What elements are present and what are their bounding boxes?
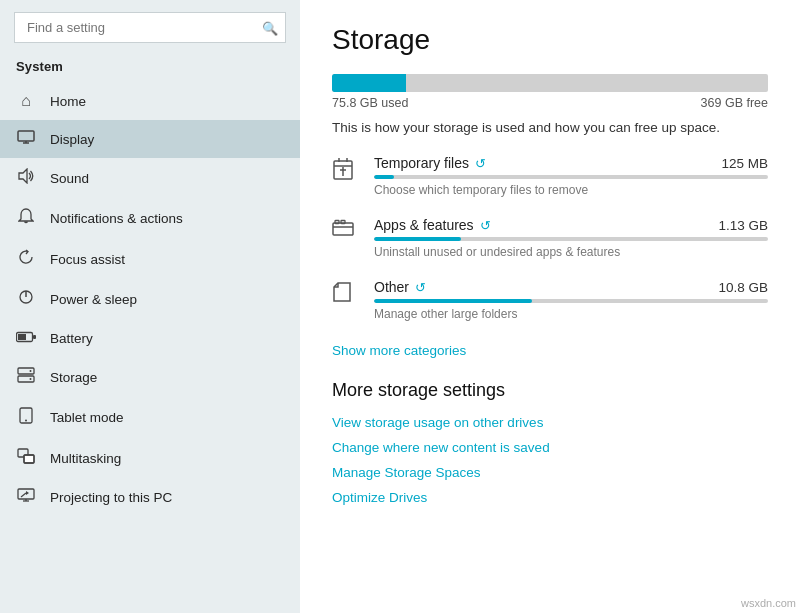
svg-marker-3 [19,169,27,183]
sidebar-item-power-sleep-label: Power & sleep [50,292,137,307]
temp-files-icon [332,157,360,186]
storage-description: This is how your storage is used and how… [332,120,768,135]
sidebar-item-battery-label: Battery [50,331,93,346]
svg-rect-16 [24,455,34,463]
temp-files-desc: Choose which temporary files to remove [374,183,768,197]
svg-point-11 [30,370,32,372]
other-desc: Manage other large folders [374,307,768,321]
other-bar-fill [374,299,532,303]
search-container: 🔍 [14,12,286,43]
svg-rect-10 [18,376,34,382]
more-settings-title: More storage settings [332,380,768,401]
other-bar [374,299,768,303]
svg-rect-9 [18,368,34,374]
other-header: Other ↺ 10.8 GB [374,279,768,295]
watermark: wsxdn.com [741,597,796,609]
manage-spaces-link[interactable]: Manage Storage Spaces [332,465,768,480]
battery-icon [16,329,36,347]
sidebar-item-battery[interactable]: Battery [0,319,300,357]
svg-rect-31 [335,221,339,224]
storage-item-other: Other ↺ 10.8 GB Manage other large folde… [332,279,768,321]
sidebar-item-home-label: Home [50,94,86,109]
main-content: Storage 75.8 GB used 369 GB free This is… [300,0,800,613]
home-icon: ⌂ [16,92,36,110]
system-label: System [0,53,300,82]
page-title: Storage [332,24,768,56]
svg-rect-32 [341,221,345,224]
apps-features-title: Apps & features ↺ [374,217,491,233]
sidebar-item-multitasking[interactable]: Multitasking [0,438,300,478]
sidebar-item-multitasking-label: Multitasking [50,451,121,466]
svg-rect-8 [18,334,26,340]
sidebar-item-notifications[interactable]: Notifications & actions [0,198,300,239]
storage-bar [332,74,768,92]
sidebar-item-sound-label: Sound [50,171,89,186]
sidebar: 🔍 System ⌂ Home Display Sound [0,0,300,613]
apps-features-bar-fill [374,237,461,241]
search-icon: 🔍 [262,20,278,35]
apps-features-content: Apps & features ↺ 1.13 GB Uninstall unus… [374,217,768,259]
sidebar-item-display[interactable]: Display [0,120,300,158]
apps-features-refresh-icon: ↺ [480,218,491,233]
sidebar-item-focus-assist[interactable]: Focus assist [0,239,300,279]
svg-point-12 [30,378,32,380]
svg-point-14 [25,420,27,422]
svg-rect-7 [33,335,36,339]
apps-features-bar [374,237,768,241]
projecting-icon [16,488,36,506]
other-size: 10.8 GB [718,280,768,295]
tablet-mode-icon [16,407,36,428]
optimize-drives-link[interactable]: Optimize Drives [332,490,768,505]
sidebar-item-tablet-mode-label: Tablet mode [50,410,124,425]
change-content-link[interactable]: Change where new content is saved [332,440,768,455]
sidebar-item-projecting-label: Projecting to this PC [50,490,172,505]
temp-files-bar [374,175,768,179]
multitasking-icon [16,448,36,468]
storage-free-label: 369 GB free [701,96,768,110]
other-content: Other ↺ 10.8 GB Manage other large folde… [374,279,768,321]
svg-rect-29 [333,223,353,235]
temp-files-content: Temporary files ↺ 125 MB Choose which te… [374,155,768,197]
sidebar-item-notifications-label: Notifications & actions [50,211,183,226]
apps-features-header: Apps & features ↺ 1.13 GB [374,217,768,233]
storage-bar-container: 75.8 GB used 369 GB free [332,74,768,110]
view-usage-link[interactable]: View storage usage on other drives [332,415,768,430]
svg-line-21 [21,493,26,497]
sidebar-item-storage[interactable]: Storage [0,357,300,397]
sidebar-item-home[interactable]: ⌂ Home [0,82,300,120]
temp-files-refresh-icon: ↺ [475,156,486,171]
sidebar-item-display-label: Display [50,132,94,147]
temp-files-title: Temporary files ↺ [374,155,486,171]
temp-files-bar-fill [374,175,394,179]
storage-bar-labels: 75.8 GB used 369 GB free [332,96,768,110]
storage-used-label: 75.8 GB used [332,96,408,110]
other-icon [332,281,360,308]
apps-features-size: 1.13 GB [718,218,768,233]
apps-features-desc: Uninstall unused or undesired apps & fea… [374,245,768,259]
storage-item-apps-features: Apps & features ↺ 1.13 GB Uninstall unus… [332,217,768,259]
display-icon [16,130,36,148]
temp-files-size: 125 MB [721,156,768,171]
power-sleep-icon [16,289,36,309]
storage-item-temp-files: Temporary files ↺ 125 MB Choose which te… [332,155,768,197]
sidebar-item-sound[interactable]: Sound [0,158,300,198]
focus-assist-icon [16,249,36,269]
temp-files-header: Temporary files ↺ 125 MB [374,155,768,171]
storage-icon [16,367,36,387]
svg-rect-0 [18,131,34,141]
storage-bar-used [332,74,406,92]
other-refresh-icon: ↺ [415,280,426,295]
show-more-link[interactable]: Show more categories [332,343,466,358]
apps-features-icon [332,219,360,242]
sidebar-item-tablet-mode[interactable]: Tablet mode [0,397,300,438]
sidebar-item-storage-label: Storage [50,370,97,385]
sidebar-item-projecting[interactable]: Projecting to this PC [0,478,300,516]
sound-icon [16,168,36,188]
notifications-icon [16,208,36,229]
svg-marker-22 [26,491,29,495]
other-title: Other ↺ [374,279,426,295]
sidebar-item-power-sleep[interactable]: Power & sleep [0,279,300,319]
sidebar-item-focus-assist-label: Focus assist [50,252,125,267]
search-input[interactable] [14,12,286,43]
